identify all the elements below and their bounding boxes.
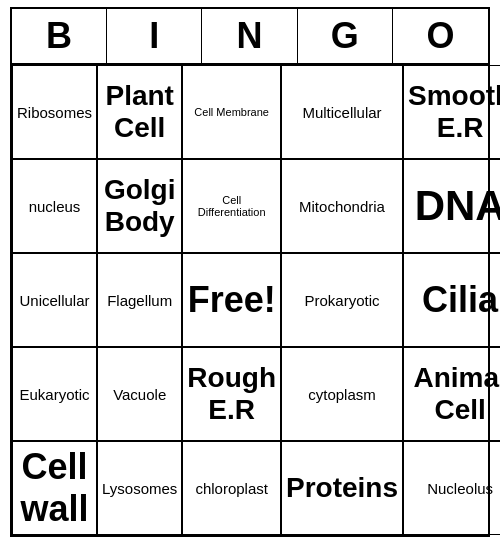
bingo-cell: Nucleolus [403,441,500,535]
bingo-cell: Rough E.R [182,347,281,441]
bingo-cell: chloroplast [182,441,281,535]
bingo-cell: Mitochondria [281,159,403,253]
bingo-cell: Cilia [403,253,500,347]
bingo-cell: Golgi Body [97,159,182,253]
bingo-cell: Cell Membrane [182,65,281,159]
bingo-cell: Multicellular [281,65,403,159]
header-letter: I [107,9,202,63]
header-letter: O [393,9,488,63]
header-letter: B [12,9,107,63]
bingo-card: BINGO RibosomesPlant CellCell MembraneMu… [10,7,490,537]
bingo-cell: Unicellular [12,253,97,347]
bingo-cell: Smooth E.R [403,65,500,159]
bingo-cell: Cell wall [12,441,97,535]
bingo-cell: Vacuole [97,347,182,441]
header-letter: N [202,9,297,63]
bingo-cell: cytoplasm [281,347,403,441]
bingo-grid: RibosomesPlant CellCell MembraneMulticel… [12,65,488,535]
bingo-cell: DNA [403,159,500,253]
bingo-cell: Free! [182,253,281,347]
bingo-cell: Prokaryotic [281,253,403,347]
bingo-header: BINGO [12,9,488,65]
bingo-cell: Eukaryotic [12,347,97,441]
bingo-cell: Lysosomes [97,441,182,535]
bingo-cell: Ribosomes [12,65,97,159]
bingo-cell: Animal Cell [403,347,500,441]
bingo-cell: nucleus [12,159,97,253]
bingo-cell: Cell Differentiation [182,159,281,253]
header-letter: G [298,9,393,63]
bingo-cell: Proteins [281,441,403,535]
bingo-cell: Flagellum [97,253,182,347]
bingo-cell: Plant Cell [97,65,182,159]
